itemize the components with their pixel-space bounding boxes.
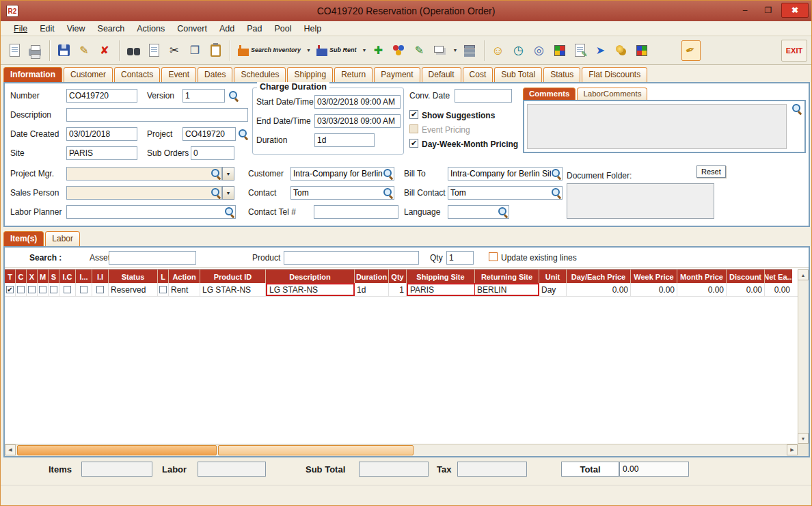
reset-button[interactable]: Reset (696, 165, 726, 178)
project-mgr-input[interactable] (66, 167, 222, 181)
comments-box[interactable] (523, 100, 806, 153)
transfer-button[interactable]: ➤ (591, 40, 610, 61)
product-search-input[interactable] (284, 251, 419, 265)
start-date-input[interactable] (314, 95, 401, 109)
sales-person-search-icon[interactable] (211, 187, 221, 198)
cell-month-price[interactable]: 0.00 (677, 283, 727, 296)
tab-information[interactable]: Information (3, 67, 62, 82)
col-header-unit[interactable]: Unit (539, 269, 567, 283)
bill-contact-search-icon[interactable] (551, 187, 561, 198)
cell-c-checkbox[interactable] (16, 283, 27, 296)
comments-search-icon[interactable] (791, 103, 802, 114)
cell-day-each-price[interactable]: 0.00 (567, 283, 631, 296)
cards-button[interactable] (431, 40, 450, 61)
col-header-ic[interactable]: I.C (59, 269, 76, 283)
number-input[interactable] (66, 89, 137, 103)
sub-orders-input[interactable] (191, 146, 234, 160)
menu-search[interactable]: Search (92, 23, 131, 35)
contact-input[interactable] (290, 186, 394, 200)
col-header-net-each[interactable]: Net Ea... (765, 269, 792, 283)
notes-button[interactable]: ✎ (410, 40, 429, 61)
col-header-t[interactable]: T (5, 269, 16, 283)
tab-cost[interactable]: Cost (463, 67, 493, 82)
tab-contacts[interactable]: Contacts (114, 67, 160, 82)
update-existing-lines-checkbox[interactable] (489, 252, 498, 261)
tab-dates[interactable]: Dates (198, 67, 232, 82)
col-header-m[interactable]: M (38, 269, 49, 283)
menu-actions[interactable]: Actions (131, 23, 171, 35)
scroll-down-arrow[interactable]: ▼ (798, 433, 809, 444)
horizontal-scrollbar[interactable]: ◀ ▶ (5, 444, 798, 456)
cell-status[interactable]: Reserved (109, 283, 158, 296)
tab-event[interactable]: Event (161, 67, 196, 82)
bill-contact-input[interactable] (448, 186, 563, 200)
tab-status[interactable]: Status (543, 67, 580, 82)
col-header-week-price[interactable]: Week Price (631, 269, 677, 283)
tab-labor-comments[interactable]: LaborComments (577, 88, 647, 100)
bill-to-input[interactable] (448, 167, 563, 181)
col-header-s[interactable]: S (49, 269, 59, 283)
hscroll-thumb[interactable] (17, 445, 217, 455)
add-line-button[interactable]: ✚ (369, 40, 388, 61)
tab-customer[interactable]: Customer (64, 67, 113, 82)
project-mgr-dropdown[interactable]: ▼ (222, 167, 234, 181)
menu-edit[interactable]: Edit (33, 23, 61, 35)
date-created-input[interactable] (66, 127, 137, 141)
cell-qty[interactable]: 1 (389, 283, 407, 296)
tab-return[interactable]: Return (334, 67, 373, 82)
version-search-icon[interactable] (228, 90, 239, 101)
exit-button[interactable]: EXIT (781, 40, 807, 62)
tab-default[interactable]: Default (422, 67, 461, 82)
sub-rent-dropdown[interactable]: ▼ (360, 40, 369, 61)
scroll-right-arrow[interactable]: ▶ (787, 444, 798, 455)
col-header-status[interactable]: Status (109, 269, 158, 283)
scroll-up-arrow[interactable]: ▲ (798, 269, 809, 280)
project-mgr-search-icon[interactable] (211, 168, 221, 178)
menu-help[interactable]: Help (298, 23, 328, 35)
duration-input[interactable] (314, 133, 375, 147)
configurator-button[interactable] (550, 40, 569, 61)
print-button[interactable] (25, 40, 44, 61)
menu-convert[interactable]: Convert (171, 23, 213, 35)
minimize-button[interactable]: – (735, 3, 755, 18)
col-header-month-price[interactable]: Month Price (677, 269, 727, 283)
cards-dropdown[interactable]: ▼ (451, 40, 460, 61)
batch-print-button[interactable] (460, 40, 479, 61)
media-button[interactable]: ◎ (530, 40, 549, 61)
billing-button[interactable] (612, 40, 631, 61)
new-button[interactable] (5, 40, 24, 61)
cell-ii-checkbox[interactable] (92, 283, 109, 296)
language-search-icon[interactable] (498, 207, 508, 217)
qty-input[interactable] (446, 251, 474, 265)
cell-returning-site[interactable]: BERLIN (475, 283, 539, 296)
customer-search-icon[interactable] (383, 168, 393, 178)
tab-sub-total[interactable]: Sub Total (494, 67, 542, 82)
tab-comments[interactable]: Comments (523, 88, 576, 100)
edit-button[interactable]: ✎ (75, 40, 94, 61)
cell-discount[interactable]: 0.00 (727, 283, 765, 296)
schedule-button[interactable]: ◷ (509, 40, 528, 61)
col-header-i2[interactable]: I... (76, 269, 92, 283)
sales-person-input[interactable] (66, 186, 222, 200)
site-input[interactable] (66, 146, 137, 160)
checked-checkbox[interactable]: ✔ (6, 286, 14, 293)
contact-search-icon[interactable] (383, 187, 393, 198)
col-header-ii[interactable]: I.I (92, 269, 109, 283)
quick-action-button[interactable]: ✒ (681, 40, 701, 61)
contact-tel-input[interactable] (314, 205, 398, 219)
comments-textarea[interactable] (527, 104, 787, 149)
col-header-shipping-site[interactable]: Shipping Site (407, 269, 475, 283)
col-header-duration[interactable]: Duration (355, 269, 389, 283)
col-header-l[interactable]: L (158, 269, 169, 283)
tab-shipping[interactable]: Shipping (287, 67, 333, 82)
customer-input[interactable] (290, 167, 394, 181)
cell-product-id[interactable]: LG STAR-NS (200, 283, 266, 296)
project-search-icon[interactable] (238, 129, 248, 139)
cell-action[interactable]: Rent (169, 283, 200, 296)
cell-ic-checkbox[interactable] (59, 283, 76, 296)
scroll-left-arrow[interactable]: ◀ (5, 444, 16, 455)
col-header-product-id[interactable]: Product ID (200, 269, 266, 283)
menu-view[interactable]: View (61, 23, 92, 35)
tab-schedules[interactable]: Schedules (234, 67, 286, 82)
find-in-document-button[interactable] (144, 40, 163, 61)
